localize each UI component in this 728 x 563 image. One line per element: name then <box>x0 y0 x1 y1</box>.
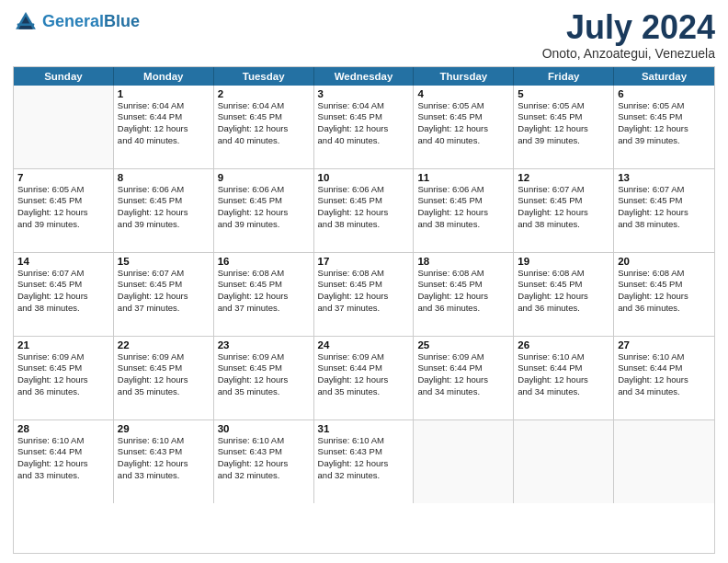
day-number: 10 <box>318 172 410 183</box>
day-number: 26 <box>518 339 609 350</box>
logo-line1: GeneralBlue <box>42 13 140 31</box>
day-number: 6 <box>618 88 711 99</box>
day-info: Sunrise: 6:05 AMSunset: 6:45 PMDaylight:… <box>417 100 509 147</box>
day-number: 24 <box>318 339 410 350</box>
day-number: 2 <box>218 88 310 99</box>
day-number: 14 <box>17 256 109 267</box>
day-number: 9 <box>218 172 310 183</box>
day-number: 28 <box>17 423 109 434</box>
calendar-day-9: 9Sunrise: 6:06 AMSunset: 6:45 PMDaylight… <box>214 169 314 252</box>
day-number: 31 <box>318 423 410 434</box>
calendar-day-31: 31Sunrise: 6:10 AMSunset: 6:43 PMDayligh… <box>314 420 415 503</box>
day-number: 23 <box>218 339 310 350</box>
day-number: 8 <box>118 172 210 183</box>
calendar-day-16: 16Sunrise: 6:08 AMSunset: 6:45 PMDayligh… <box>214 253 314 336</box>
calendar-day-17: 17Sunrise: 6:08 AMSunset: 6:45 PMDayligh… <box>314 253 415 336</box>
day-number: 30 <box>218 423 310 434</box>
calendar-day-22: 22Sunrise: 6:09 AMSunset: 6:45 PMDayligh… <box>114 337 214 419</box>
day-info: Sunrise: 6:10 AMSunset: 6:43 PMDaylight:… <box>218 435 310 482</box>
day-number: 3 <box>318 88 410 99</box>
day-info: Sunrise: 6:09 AMSunset: 6:44 PMDaylight:… <box>417 351 509 398</box>
calendar-day-27: 27Sunrise: 6:10 AMSunset: 6:44 PMDayligh… <box>614 337 714 419</box>
day-number: 5 <box>518 88 609 99</box>
day-number: 20 <box>618 256 711 267</box>
day-number: 21 <box>17 339 109 350</box>
title-block: July 2024 Onoto, Anzoategui, Venezuela <box>542 9 715 61</box>
calendar-day-15: 15Sunrise: 6:07 AMSunset: 6:45 PMDayligh… <box>114 253 214 336</box>
day-number: 13 <box>618 172 711 183</box>
calendar-day-20: 20Sunrise: 6:08 AMSunset: 6:45 PMDayligh… <box>614 253 714 336</box>
day-number: 27 <box>618 339 711 350</box>
day-info: Sunrise: 6:10 AMSunset: 6:43 PMDaylight:… <box>118 435 210 482</box>
day-info: Sunrise: 6:05 AMSunset: 6:45 PMDaylight:… <box>518 100 609 147</box>
calendar-week-1: 1Sunrise: 6:04 AMSunset: 6:44 PMDaylight… <box>14 86 714 169</box>
calendar-day-4: 4Sunrise: 6:05 AMSunset: 6:45 PMDaylight… <box>414 86 514 168</box>
day-info: Sunrise: 6:07 AMSunset: 6:45 PMDaylight:… <box>118 268 210 315</box>
calendar-day-3: 3Sunrise: 6:04 AMSunset: 6:45 PMDaylight… <box>314 86 415 168</box>
day-info: Sunrise: 6:09 AMSunset: 6:45 PMDaylight:… <box>17 351 109 398</box>
day-number: 18 <box>417 256 509 267</box>
calendar-day-1: 1Sunrise: 6:04 AMSunset: 6:44 PMDaylight… <box>114 86 214 168</box>
header-day-sunday: Sunday <box>14 67 114 86</box>
day-info: Sunrise: 6:04 AMSunset: 6:44 PMDaylight:… <box>118 100 210 147</box>
calendar-day-2: 2Sunrise: 6:04 AMSunset: 6:45 PMDaylight… <box>214 86 314 168</box>
calendar: SundayMondayTuesdayWednesdayThursdayFrid… <box>13 66 715 554</box>
calendar-week-4: 21Sunrise: 6:09 AMSunset: 6:45 PMDayligh… <box>14 337 714 420</box>
calendar-day-13: 13Sunrise: 6:07 AMSunset: 6:45 PMDayligh… <box>614 169 714 252</box>
day-info: Sunrise: 6:06 AMSunset: 6:45 PMDaylight:… <box>118 184 210 231</box>
calendar-day-11: 11Sunrise: 6:06 AMSunset: 6:45 PMDayligh… <box>414 169 514 252</box>
day-info: Sunrise: 6:06 AMSunset: 6:45 PMDaylight:… <box>417 184 509 231</box>
calendar-week-2: 7Sunrise: 6:05 AMSunset: 6:45 PMDaylight… <box>14 169 714 253</box>
day-number: 12 <box>518 172 609 183</box>
day-info: Sunrise: 6:08 AMSunset: 6:45 PMDaylight:… <box>618 268 711 315</box>
day-info: Sunrise: 6:10 AMSunset: 6:44 PMDaylight:… <box>518 351 609 398</box>
calendar-empty-cell <box>414 420 514 503</box>
main-title: July 2024 <box>542 9 715 46</box>
day-info: Sunrise: 6:09 AMSunset: 6:45 PMDaylight:… <box>218 351 310 398</box>
day-number: 11 <box>417 172 509 183</box>
day-number: 22 <box>118 339 210 350</box>
day-info: Sunrise: 6:08 AMSunset: 6:45 PMDaylight:… <box>518 268 609 315</box>
calendar-day-10: 10Sunrise: 6:06 AMSunset: 6:45 PMDayligh… <box>314 169 415 252</box>
svg-rect-2 <box>17 24 35 26</box>
header-day-tuesday: Tuesday <box>214 67 314 86</box>
day-info: Sunrise: 6:08 AMSunset: 6:45 PMDaylight:… <box>218 268 310 315</box>
day-info: Sunrise: 6:08 AMSunset: 6:45 PMDaylight:… <box>417 268 509 315</box>
logo-icon <box>13 9 39 35</box>
day-info: Sunrise: 6:10 AMSunset: 6:43 PMDaylight:… <box>318 435 410 482</box>
day-number: 17 <box>318 256 410 267</box>
calendar-day-30: 30Sunrise: 6:10 AMSunset: 6:43 PMDayligh… <box>214 420 314 503</box>
calendar-day-12: 12Sunrise: 6:07 AMSunset: 6:45 PMDayligh… <box>514 169 614 252</box>
calendar-body: 1Sunrise: 6:04 AMSunset: 6:44 PMDaylight… <box>14 86 714 503</box>
day-info: Sunrise: 6:09 AMSunset: 6:44 PMDaylight:… <box>318 351 410 398</box>
day-info: Sunrise: 6:05 AMSunset: 6:45 PMDaylight:… <box>17 184 109 231</box>
header-day-friday: Friday <box>514 67 614 86</box>
day-info: Sunrise: 6:07 AMSunset: 6:45 PMDaylight:… <box>17 268 109 315</box>
calendar-day-18: 18Sunrise: 6:08 AMSunset: 6:45 PMDayligh… <box>414 253 514 336</box>
day-info: Sunrise: 6:10 AMSunset: 6:44 PMDaylight:… <box>17 435 109 482</box>
calendar-week-3: 14Sunrise: 6:07 AMSunset: 6:45 PMDayligh… <box>14 253 714 337</box>
calendar-day-19: 19Sunrise: 6:08 AMSunset: 6:45 PMDayligh… <box>514 253 614 336</box>
day-number: 7 <box>17 172 109 183</box>
calendar-day-8: 8Sunrise: 6:06 AMSunset: 6:45 PMDaylight… <box>114 169 214 252</box>
logo-text: GeneralBlue <box>42 13 140 31</box>
day-number: 1 <box>118 88 210 99</box>
calendar-empty-cell <box>614 420 714 503</box>
calendar-empty-cell <box>514 420 614 503</box>
day-info: Sunrise: 6:06 AMSunset: 6:45 PMDaylight:… <box>218 184 310 231</box>
day-info: Sunrise: 6:10 AMSunset: 6:44 PMDaylight:… <box>618 351 711 398</box>
calendar-day-7: 7Sunrise: 6:05 AMSunset: 6:45 PMDaylight… <box>14 169 114 252</box>
calendar-day-21: 21Sunrise: 6:09 AMSunset: 6:45 PMDayligh… <box>14 337 114 419</box>
header-day-thursday: Thursday <box>414 67 514 86</box>
calendar-header: SundayMondayTuesdayWednesdayThursdayFrid… <box>14 67 714 86</box>
day-info: Sunrise: 6:08 AMSunset: 6:45 PMDaylight:… <box>318 268 410 315</box>
calendar-day-5: 5Sunrise: 6:05 AMSunset: 6:45 PMDaylight… <box>514 86 614 168</box>
calendar-day-24: 24Sunrise: 6:09 AMSunset: 6:44 PMDayligh… <box>314 337 415 419</box>
calendar-day-6: 6Sunrise: 6:05 AMSunset: 6:45 PMDaylight… <box>614 86 714 168</box>
day-info: Sunrise: 6:07 AMSunset: 6:45 PMDaylight:… <box>518 184 609 231</box>
day-number: 16 <box>218 256 310 267</box>
header-day-saturday: Saturday <box>614 67 714 86</box>
header-day-wednesday: Wednesday <box>314 67 415 86</box>
day-info: Sunrise: 6:06 AMSunset: 6:45 PMDaylight:… <box>318 184 410 231</box>
calendar-day-23: 23Sunrise: 6:09 AMSunset: 6:45 PMDayligh… <box>214 337 314 419</box>
